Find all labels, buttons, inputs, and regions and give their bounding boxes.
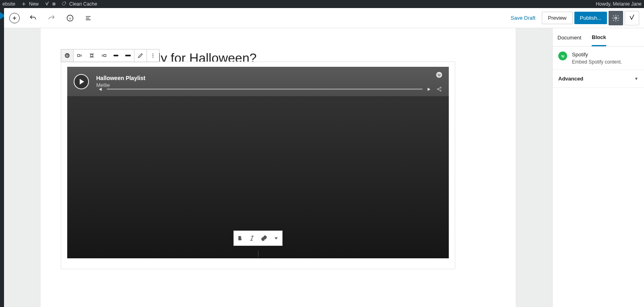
spotify-embed-block[interactable]: Halloween Playlist Mellie bbox=[61, 62, 455, 269]
sidebar-tabs: Document Block bbox=[553, 28, 644, 47]
playlist-title: Halloween Playlist bbox=[96, 75, 145, 81]
svg-point-1 bbox=[615, 17, 617, 19]
yoast-sidebar-button[interactable] bbox=[625, 11, 639, 25]
tag-icon bbox=[61, 1, 67, 7]
info-button[interactable] bbox=[64, 12, 76, 24]
block-name-label: Spotify bbox=[572, 52, 622, 58]
more-richtext-button[interactable] bbox=[270, 231, 282, 245]
undo-button[interactable] bbox=[27, 12, 39, 24]
status-dot-icon bbox=[52, 2, 56, 6]
spotify-header: Halloween Playlist Mellie bbox=[67, 67, 449, 96]
list-icon bbox=[85, 14, 93, 22]
link-icon bbox=[260, 235, 268, 242]
svg-rect-6 bbox=[114, 55, 118, 56]
svg-point-11 bbox=[153, 55, 153, 56]
settings-sidebar: Document Block Spotify Embed Spotify con… bbox=[552, 28, 644, 307]
svg-point-10 bbox=[153, 54, 153, 54]
pencil-icon bbox=[137, 52, 144, 59]
spotify-icon bbox=[64, 52, 70, 59]
caption-toolbar bbox=[233, 231, 283, 246]
block-info: Spotify Embed Spotify content. bbox=[553, 47, 644, 70]
progress-bar[interactable] bbox=[107, 89, 423, 90]
adminbar-new[interactable]: New bbox=[21, 1, 39, 7]
adminbar-howdy[interactable]: Howdy, Melanie Jane bbox=[596, 1, 642, 7]
spotify-icon bbox=[558, 52, 567, 60]
adminbar-howdy-label: Howdy, Melanie Jane bbox=[596, 1, 642, 7]
svg-rect-3 bbox=[78, 54, 80, 56]
block-type-button[interactable] bbox=[61, 49, 73, 62]
save-draft-button[interactable]: Save Draft bbox=[506, 12, 540, 24]
bold-icon bbox=[236, 235, 244, 242]
link-button[interactable] bbox=[258, 231, 270, 245]
spotify-icon bbox=[436, 72, 442, 78]
align-full-button[interactable] bbox=[122, 49, 134, 62]
play-button[interactable] bbox=[74, 74, 89, 89]
next-track-button[interactable] bbox=[427, 87, 432, 92]
svg-point-13 bbox=[436, 72, 442, 78]
redo-button[interactable] bbox=[46, 12, 57, 24]
align-center-icon bbox=[89, 52, 95, 59]
align-wide-button[interactable] bbox=[110, 49, 122, 62]
editor-canvas: Are Your Ready for Halloween? bbox=[4, 28, 552, 307]
gear-icon bbox=[612, 14, 620, 22]
publish-button[interactable]: Publish... bbox=[574, 12, 607, 24]
spotify-player: Halloween Playlist Mellie bbox=[67, 67, 449, 258]
svg-rect-7 bbox=[113, 55, 114, 56]
yoast-icon bbox=[44, 1, 50, 7]
more-vertical-icon bbox=[150, 52, 156, 59]
align-right-button[interactable] bbox=[98, 49, 110, 62]
preview-button[interactable]: Preview bbox=[542, 12, 572, 24]
spotify-logo-button[interactable] bbox=[436, 72, 442, 78]
chevron-down-icon bbox=[275, 237, 278, 239]
adminbar-new-label: New bbox=[29, 1, 39, 7]
svg-rect-4 bbox=[91, 54, 93, 56]
yoast-icon bbox=[628, 14, 636, 22]
svg-point-12 bbox=[153, 57, 153, 58]
align-right-icon bbox=[101, 52, 107, 59]
bold-button[interactable] bbox=[234, 231, 246, 245]
undo-icon bbox=[29, 14, 37, 22]
advanced-panel-toggle[interactable]: Advanced ▼ bbox=[553, 70, 644, 88]
align-center-button[interactable] bbox=[86, 49, 98, 62]
align-left-icon bbox=[76, 52, 83, 59]
play-icon bbox=[80, 79, 84, 84]
align-full-icon bbox=[125, 52, 131, 59]
block-description: Embed Spotify content. bbox=[572, 59, 622, 65]
tab-document[interactable]: Document bbox=[557, 29, 581, 45]
svg-point-2 bbox=[65, 53, 70, 58]
italic-button[interactable] bbox=[246, 231, 258, 245]
previous-track-button[interactable] bbox=[97, 87, 103, 92]
plus-icon bbox=[21, 1, 27, 7]
italic-icon bbox=[248, 235, 256, 242]
adminbar-clean-cache-label: Clean Cache bbox=[69, 1, 97, 7]
edit-url-button[interactable] bbox=[134, 49, 147, 62]
more-options-button[interactable] bbox=[147, 49, 159, 62]
spotify-controls bbox=[97, 86, 442, 92]
admin-menu-strip bbox=[0, 8, 4, 307]
caption-input[interactable] bbox=[258, 251, 258, 257]
share-button[interactable] bbox=[436, 86, 442, 92]
svg-rect-5 bbox=[104, 54, 106, 56]
page: Are Your Ready for Halloween? bbox=[41, 28, 516, 307]
adminbar-clean-cache[interactable]: Clean Cache bbox=[61, 1, 97, 7]
add-block-button[interactable] bbox=[9, 12, 20, 24]
align-wide-icon bbox=[113, 52, 119, 59]
align-left-button[interactable] bbox=[74, 49, 86, 62]
redo-icon bbox=[47, 14, 56, 22]
admin-bar: ebsite New Clean Cache Howdy, Melanie Ja… bbox=[0, 0, 644, 8]
adminbar-yoast[interactable] bbox=[44, 1, 56, 7]
chevron-down-icon: ▼ bbox=[634, 76, 638, 81]
tab-block[interactable]: Block bbox=[592, 29, 606, 46]
adminbar-site[interactable]: ebsite bbox=[2, 1, 15, 7]
svg-rect-9 bbox=[125, 55, 130, 56]
editor-toolbar: Save Draft Preview Publish... bbox=[4, 8, 644, 28]
settings-button[interactable] bbox=[609, 11, 623, 25]
outline-button[interactable] bbox=[83, 12, 94, 24]
svg-rect-8 bbox=[118, 55, 118, 56]
info-icon bbox=[66, 14, 74, 22]
advanced-panel-label: Advanced bbox=[558, 76, 583, 82]
adminbar-site-label: ebsite bbox=[2, 1, 15, 7]
plus-icon bbox=[10, 14, 19, 22]
block-toolbar bbox=[61, 49, 159, 62]
